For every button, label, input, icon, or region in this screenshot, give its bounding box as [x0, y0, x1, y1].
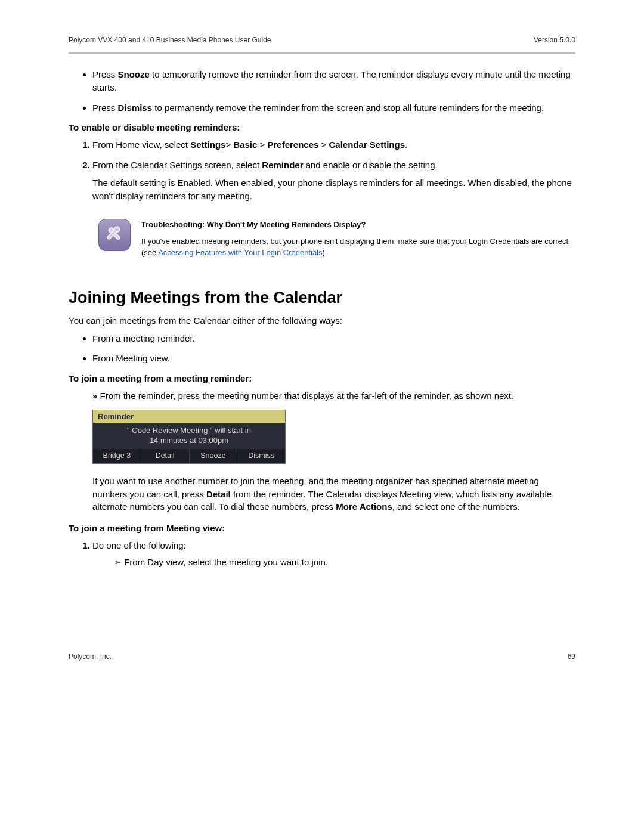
after-screenshot-para: If you want to use another number to joi… — [92, 475, 575, 513]
softkey-bridge: Bridge 3 — [93, 449, 141, 463]
step-1: From Home view, select Settings> Basic >… — [92, 138, 575, 151]
text: Press — [92, 69, 118, 79]
page-footer: Polycom, Inc. 69 — [69, 652, 575, 661]
login-credentials-link[interactable]: Accessing Features with Your Login Crede… — [158, 248, 322, 257]
text: . — [405, 140, 407, 150]
sub-steps: From Day view, select the meeting you wa… — [92, 556, 575, 569]
dismiss-label: Dismiss — [118, 103, 153, 113]
text: From the Calendar Settings screen, selec… — [92, 160, 262, 170]
phone-softkeys: Bridge 3 Detail Snooze Dismiss — [93, 449, 285, 463]
text: to permanently remove the reminder from … — [152, 103, 544, 113]
reminder-options-list: Press Snooze to temporarily remove the r… — [69, 68, 575, 114]
tools-icon — [98, 219, 131, 251]
join-meeting-view-steps: Do one of the following: From Day view, … — [69, 539, 575, 569]
text: ). — [323, 248, 327, 257]
sub-step-day-view: From Day view, select the meeting you wa… — [114, 556, 575, 569]
section-heading: Joining Meetings from the Calendar — [69, 289, 575, 307]
join-reminder-step: From the reminder, press the meeting num… — [92, 389, 575, 402]
footer-company: Polycom, Inc. — [69, 652, 112, 661]
nav-calendar-settings: Calendar Settings — [329, 140, 405, 150]
softkey-dismiss: Dismiss — [237, 449, 285, 463]
more-actions-label: More Actions — [336, 501, 392, 512]
text: > — [257, 140, 267, 150]
footer-page-number: 69 — [568, 652, 575, 661]
phone-message: " Code Review Meeting " will start in 14… — [93, 423, 285, 449]
text: > — [318, 140, 329, 150]
text: and enable or disable the setting. — [303, 160, 437, 170]
join-reminder-steps: From the reminder, press the meeting num… — [69, 389, 575, 402]
join-from-meeting-view-heading: To join a meeting from Meeting view: — [69, 523, 575, 533]
detail-label: Detail — [206, 489, 231, 499]
snooze-bullet: Press Snooze to temporarily remove the r… — [92, 68, 575, 94]
doc-version: Version 5.0.0 — [534, 36, 575, 44]
header-rule — [69, 52, 575, 54]
mv-step-1: Do one of the following: From Day view, … — [92, 539, 575, 569]
text: Press — [92, 103, 118, 113]
section-intro: You can join meetings from the Calendar … — [69, 314, 575, 327]
nav-basic: Basic — [233, 140, 257, 150]
troubleshooting-callout: Troubleshooting: Why Don't My Meeting Re… — [98, 219, 575, 259]
phone-msg-line1: " Code Review Meeting " will start in — [127, 426, 251, 435]
softkey-snooze: Snooze — [190, 449, 238, 463]
text: From Home view, select — [92, 140, 190, 150]
text: to temporarily remove the reminder from … — [92, 69, 571, 92]
text: Do one of the following: — [92, 540, 186, 550]
join-options-list: From a meeting reminder. From Meeting vi… — [69, 332, 575, 366]
option-reminder: From a meeting reminder. — [92, 332, 575, 345]
snooze-label: Snooze — [118, 69, 150, 79]
doc-title: Polycom VVX 400 and 410 Business Media P… — [69, 36, 271, 44]
troubleshooting-body: Troubleshooting: Why Don't My Meeting Re… — [141, 219, 575, 259]
text: , and select one of the numbers. — [392, 501, 520, 512]
reminder-setting-label: Reminder — [262, 160, 303, 170]
option-meeting-view: From Meeting view. — [92, 352, 575, 365]
enable-reminders-heading: To enable or disable meeting reminders: — [69, 122, 575, 132]
nav-preferences: Preferences — [267, 140, 318, 150]
text: > — [225, 140, 233, 150]
nav-settings: Settings — [190, 140, 225, 150]
phone-msg-line2: 14 minutes at 03:00pm — [150, 436, 228, 445]
enable-reminders-steps: From Home view, select Settings> Basic >… — [69, 138, 575, 202]
default-note: The default setting is Enabled. When ena… — [92, 176, 575, 203]
phone-title-bar: Reminder — [93, 410, 285, 423]
troubleshooting-text: If you've enabled meeting reminders, but… — [141, 236, 575, 259]
phone-screenshot: Reminder " Code Review Meeting " will st… — [92, 410, 286, 464]
softkey-detail: Detail — [141, 449, 190, 463]
page-header: Polycom VVX 400 and 410 Business Media P… — [69, 36, 575, 44]
troubleshooting-title: Troubleshooting: Why Don't My Meeting Re… — [141, 219, 575, 231]
dismiss-bullet: Press Dismiss to permanently remove the … — [92, 101, 575, 114]
step-2: From the Calendar Settings screen, selec… — [92, 159, 575, 202]
join-from-reminder-heading: To join a meeting from a meeting reminde… — [69, 373, 575, 383]
